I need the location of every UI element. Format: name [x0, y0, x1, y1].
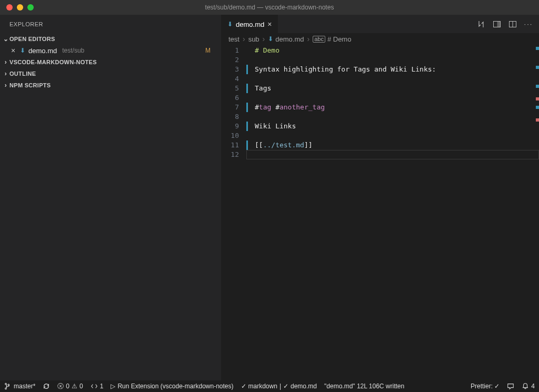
sync-icon	[43, 383, 50, 390]
window-controls	[0, 4, 34, 11]
line-number: 4	[221, 74, 239, 84]
diff-indicator	[246, 122, 248, 131]
open-editor-item[interactable]: × ⬇ demo.md test/sub M	[0, 45, 221, 56]
markdown-file-icon: ⬇	[268, 35, 273, 43]
open-editors-header[interactable]: ⌄ OPEN EDITORS	[0, 33, 221, 45]
open-editor-path: test/sub	[62, 47, 84, 54]
workspace-header[interactable]: › VSCODE-MARKDOWN-NOTES	[0, 56, 221, 68]
markdown-file-icon: ⬇	[20, 47, 25, 54]
svg-rect-1	[497, 21, 501, 27]
language-mode-item[interactable]: ✓ markdown | ✓ demo.md	[241, 383, 317, 390]
code-line[interactable]	[246, 150, 539, 159]
warning-icon: ⚠	[72, 383, 77, 390]
breadcrumb-part[interactable]: sub	[248, 35, 259, 43]
line-number: 11	[221, 140, 239, 150]
feedback-item[interactable]	[507, 383, 514, 390]
line-number: 7	[221, 103, 239, 112]
git-branch-item[interactable]: master*	[4, 383, 35, 390]
line-number-gutter: 123456789101112	[221, 45, 246, 380]
remote-icon	[91, 383, 98, 390]
open-preview-side-icon[interactable]	[493, 20, 501, 28]
line-number: 5	[221, 84, 239, 93]
npm-scripts-header[interactable]: › NPM SCRIPTS	[0, 79, 221, 91]
prettier-item[interactable]: Prettier: ✓	[471, 383, 500, 390]
close-tab-icon[interactable]: ×	[267, 20, 272, 28]
run-target-item[interactable]: ▷ Run Extension (vscode-markdown-notes)	[111, 383, 233, 390]
chevron-down-icon: ⌄	[2, 35, 9, 43]
remote-item[interactable]: 1	[91, 383, 104, 390]
code-line[interactable]: Tags	[246, 84, 539, 93]
breadcrumb-part[interactable]: demo.md	[275, 35, 304, 43]
code-line[interactable]: [[../test.md]]	[246, 140, 539, 150]
sync-item[interactable]	[43, 383, 50, 390]
more-actions-icon[interactable]: ···	[524, 20, 533, 28]
git-branch-icon	[4, 383, 12, 390]
editor-actions: ···	[471, 15, 539, 33]
run-target-label: Run Extension (vscode-markdown-notes)	[117, 383, 233, 390]
split-editor-icon[interactable]	[508, 20, 517, 28]
warning-count: 0	[79, 383, 83, 390]
check-icon: ✓	[241, 383, 246, 390]
maximize-window-button[interactable]	[27, 4, 34, 11]
line-number: 1	[221, 46, 239, 55]
code-content[interactable]: # DemoSyntax highlighting for Tags and W…	[246, 45, 539, 380]
code-editor[interactable]: 123456789101112 # DemoSyntax highlightin…	[221, 45, 539, 380]
tabs-row: ⬇ demo.md × ···	[221, 15, 539, 33]
error-icon: ⓧ	[57, 382, 64, 391]
chevron-right-icon: ›	[2, 70, 9, 77]
breadcrumb[interactable]: test › sub › ⬇ demo.md › abc # Demo	[221, 33, 539, 45]
workspace-label: VSCODE-MARKDOWN-NOTES	[9, 59, 97, 65]
play-icon: ▷	[111, 383, 115, 390]
line-number: 9	[221, 122, 239, 131]
line-number: 3	[221, 65, 239, 74]
chevron-right-icon: ›	[243, 35, 245, 43]
window-title: test/sub/demo.md — vscode-markdown-notes	[0, 4, 539, 11]
code-line[interactable]: Syntax highlighting for Tags and Wiki Li…	[246, 65, 539, 74]
minimap[interactable]	[535, 45, 539, 380]
npm-scripts-label: NPM SCRIPTS	[9, 82, 51, 88]
code-line[interactable]: #tag #another_tag	[246, 103, 539, 112]
notifications-item[interactable]: 4	[522, 383, 535, 390]
statusbar: master* ⓧ 0 ⚠ 0 1 ▷ Run Extension (vscod…	[0, 380, 539, 392]
code-line[interactable]	[246, 55, 539, 65]
line-number: 6	[221, 93, 239, 103]
outline-header[interactable]: › OUTLINE	[0, 68, 221, 79]
line-number: 8	[221, 112, 239, 122]
line-number: 2	[221, 55, 239, 65]
breadcrumb-symbol[interactable]: # Demo	[327, 35, 352, 43]
breadcrumb-part[interactable]: test	[228, 35, 239, 43]
status-message: "demo.md" 12L 106C written	[324, 383, 404, 390]
code-line[interactable]	[246, 112, 539, 122]
check-icon: ✓	[283, 383, 288, 390]
error-count: 0	[66, 383, 69, 390]
tab-label: demo.md	[236, 21, 264, 28]
linked-file-label: demo.md	[291, 383, 317, 390]
outline-label: OUTLINE	[9, 71, 36, 77]
compare-changes-icon[interactable]	[477, 20, 485, 28]
code-line[interactable]	[246, 93, 539, 103]
chevron-right-icon: ›	[2, 82, 9, 89]
code-line[interactable]: Wiki Links	[246, 122, 539, 131]
line-number: 10	[221, 131, 239, 140]
notification-count: 4	[531, 383, 535, 390]
close-window-button[interactable]	[6, 4, 13, 11]
language-label: markdown	[248, 383, 277, 390]
close-icon[interactable]: ×	[9, 46, 17, 55]
tab-demo-md[interactable]: ⬇ demo.md ×	[221, 15, 278, 33]
branch-name: master*	[14, 383, 35, 390]
feedback-icon	[507, 383, 514, 390]
minimize-window-button[interactable]	[17, 4, 23, 11]
problems-item[interactable]: ⓧ 0 ⚠ 0	[57, 382, 83, 391]
markdown-file-icon: ⬇	[227, 21, 233, 28]
diff-indicator	[246, 84, 248, 93]
modified-badge: M	[205, 47, 211, 54]
diff-indicator	[246, 65, 248, 74]
code-line[interactable]	[246, 74, 539, 84]
diff-indicator	[246, 140, 248, 150]
titlebar: test/sub/demo.md — vscode-markdown-notes	[0, 0, 539, 15]
code-line[interactable]: # Demo	[246, 46, 539, 55]
line-number: 12	[221, 150, 239, 159]
symbol-icon: abc	[313, 36, 325, 43]
explorer-title: EXPLORER	[0, 15, 221, 33]
code-line[interactable]	[246, 131, 539, 140]
